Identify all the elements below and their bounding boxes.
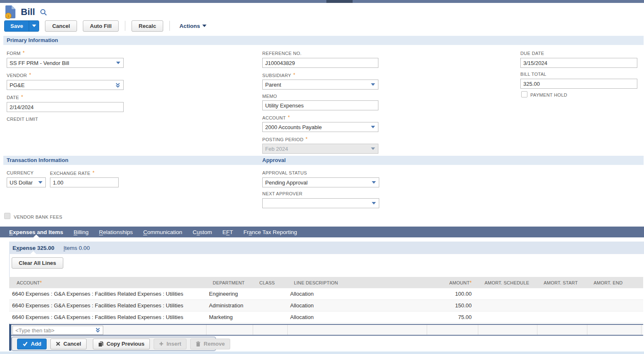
check-icon bbox=[22, 341, 28, 347]
payment-hold-label: PAYMENT HOLD bbox=[530, 92, 567, 97]
memo-label: MEMO bbox=[262, 94, 277, 99]
cell-amount[interactable]: 150.00 bbox=[427, 302, 478, 309]
toolbar-divider bbox=[125, 21, 125, 31]
approval-status-value: Pending Approval bbox=[265, 179, 308, 186]
reference-no-label: REFERENCE NO. bbox=[262, 51, 301, 56]
tab-relationships[interactable]: Relationships bbox=[99, 227, 133, 237]
actions-label: Actions bbox=[179, 23, 200, 29]
approval-title: Approval bbox=[262, 157, 286, 163]
subsidiary-select[interactable]: Parent bbox=[262, 80, 378, 90]
cancel-line-button[interactable]: Cancel bbox=[50, 339, 87, 349]
header-cell-account: ACCOUNT* bbox=[9, 280, 206, 286]
cell-line_description[interactable]: Allocation bbox=[287, 314, 427, 320]
credit-limit-label: CREDIT LIMIT bbox=[7, 117, 38, 122]
next-approver-label: NEXT APPROVER bbox=[262, 191, 303, 196]
subsidiary-value: Parent bbox=[265, 82, 281, 88]
cell-line_description[interactable]: Allocation bbox=[287, 302, 427, 309]
primary-information-title: Primary Information bbox=[7, 37, 58, 43]
bill-page: 1 Bill Save Cancel Auto Fill Recalc Acti… bbox=[0, 0, 644, 354]
tab-eft[interactable]: EFT bbox=[222, 227, 233, 237]
tab-billing[interactable]: Billing bbox=[74, 227, 89, 237]
account-line-input[interactable] bbox=[12, 326, 103, 335]
cell-department[interactable]: Marketing bbox=[206, 314, 253, 320]
payment-hold-checkbox[interactable] bbox=[521, 91, 527, 97]
cell-account[interactable]: 6640 Expenses : G&A Expenses : Facilitie… bbox=[9, 291, 206, 297]
chevron-down-icon bbox=[372, 181, 376, 184]
due-date-label: DUE DATE bbox=[520, 51, 544, 56]
tab-custom[interactable]: Custom bbox=[193, 227, 212, 237]
bill-total-input[interactable] bbox=[520, 79, 637, 89]
account-label: ACCOUNT* bbox=[262, 115, 290, 121]
auto-fill-button[interactable]: Auto Fill bbox=[83, 20, 119, 32]
cell-account[interactable]: 6640 Expenses : G&A Expenses : Facilitie… bbox=[9, 302, 206, 309]
main-toolbar: Save Cancel Auto Fill Recalc Actions bbox=[4, 20, 206, 32]
next-approver-select[interactable] bbox=[262, 198, 379, 208]
currency-select[interactable]: US Dollar bbox=[7, 177, 46, 187]
approval-status-label: APPROVAL STATUS bbox=[262, 170, 307, 175]
save-menu-caret[interactable] bbox=[29, 21, 39, 31]
header-cell-class: CLASS bbox=[253, 280, 287, 285]
approval-status-select[interactable]: Pending Approval bbox=[262, 177, 379, 187]
trash-icon bbox=[196, 341, 201, 347]
cell-department[interactable]: Engineering bbox=[206, 291, 253, 297]
form-select[interactable]: SS FF PRM - Vendor Bill bbox=[7, 58, 124, 68]
header-cell-amort_start: AMORT. START bbox=[537, 280, 587, 285]
due-date-input[interactable] bbox=[520, 58, 637, 68]
page-title: Bill bbox=[21, 7, 35, 17]
chevron-down-icon bbox=[202, 25, 206, 27]
form-label: FORM* bbox=[7, 50, 25, 56]
actions-menu-button[interactable]: Actions bbox=[179, 23, 207, 29]
clear-all-lines-button[interactable]: Clear All Lines bbox=[12, 257, 63, 269]
vendor-label: VENDOR* bbox=[7, 72, 31, 78]
transaction-approval-band: Transaction Information Approval bbox=[3, 156, 644, 165]
account-select[interactable]: 2000 Accounts Payable bbox=[262, 122, 378, 132]
double-chevron-icon[interactable] bbox=[95, 327, 101, 335]
add-line-button[interactable]: Add bbox=[17, 339, 47, 349]
cell-department[interactable]: Administration bbox=[206, 302, 253, 309]
plus-icon bbox=[159, 342, 164, 346]
expense-line-row[interactable]: 6640 Expenses : G&A Expenses : Facilitie… bbox=[9, 288, 643, 300]
save-button[interactable]: Save bbox=[5, 21, 29, 31]
bill-document-icon: 1 bbox=[5, 5, 17, 19]
copy-previous-line-button[interactable]: Copy Previous bbox=[93, 339, 150, 349]
header-cell-amort_schedule: AMORT. SCHEDULE bbox=[478, 280, 537, 285]
tab-expenses-and-items[interactable]: Expenses and Items bbox=[9, 227, 63, 237]
subsidiary-label: SUBSIDIARY* bbox=[262, 72, 295, 78]
cell-account[interactable]: 6640 Expenses : G&A Expenses : Facilitie… bbox=[9, 314, 206, 320]
memo-input[interactable] bbox=[262, 100, 378, 110]
subtab-items-0-00[interactable]: Items 0.00 bbox=[64, 242, 90, 254]
x-icon bbox=[56, 342, 60, 346]
subtab-expense-325-00[interactable]: Expense 325.00 bbox=[12, 242, 55, 254]
transaction-information-title: Transaction Information bbox=[7, 157, 68, 163]
exchange-rate-input[interactable] bbox=[50, 177, 119, 187]
copy-icon bbox=[98, 341, 104, 347]
cancel-button[interactable]: Cancel bbox=[45, 20, 77, 32]
form-value: SS FF PRM - Vendor Bill bbox=[10, 60, 69, 66]
date-label: DATE* bbox=[7, 95, 23, 100]
vendor-bank-fees-label: VENDOR BANK FEES bbox=[14, 214, 62, 219]
vendor-select[interactable]: PG&E bbox=[7, 80, 124, 90]
bill-total-label: BILL TOTAL bbox=[520, 72, 547, 77]
chevron-down-icon bbox=[116, 62, 120, 64]
chevron-down-icon bbox=[371, 147, 375, 150]
search-icon[interactable] bbox=[40, 9, 47, 17]
recalc-button[interactable]: Recalc bbox=[132, 20, 163, 32]
posting-period-select: Feb 2024 bbox=[262, 144, 378, 154]
cell-amount[interactable]: 100.00 bbox=[427, 291, 478, 297]
currency-value: US Dollar bbox=[10, 179, 33, 186]
primary-information-band: Primary Information bbox=[3, 36, 644, 45]
svg-text:1: 1 bbox=[7, 14, 10, 18]
chevron-down-icon bbox=[371, 83, 375, 86]
header-cell-department: DEPARTMENT bbox=[206, 280, 253, 285]
cell-line_description[interactable]: Allocation bbox=[287, 291, 427, 297]
tab-communication[interactable]: Communication bbox=[143, 227, 182, 237]
cell-amount[interactable]: 75.00 bbox=[427, 314, 478, 320]
date-input[interactable] bbox=[7, 102, 124, 112]
expense-lines-table: ACCOUNT*DEPARTMENTCLASSLINE DESCRIPTIONA… bbox=[9, 277, 643, 323]
expense-line-row[interactable]: 6640 Expenses : G&A Expenses : Facilitie… bbox=[9, 300, 643, 312]
account-value: 2000 Accounts Payable bbox=[265, 124, 322, 130]
reference-no-input[interactable] bbox=[262, 58, 378, 68]
currency-label: CURRENCY bbox=[7, 170, 34, 175]
tab-france-tax-reporting[interactable]: France Tax Reporting bbox=[244, 227, 297, 237]
expense-line-row[interactable]: 6640 Expenses : G&A Expenses : Facilitie… bbox=[9, 312, 643, 323]
